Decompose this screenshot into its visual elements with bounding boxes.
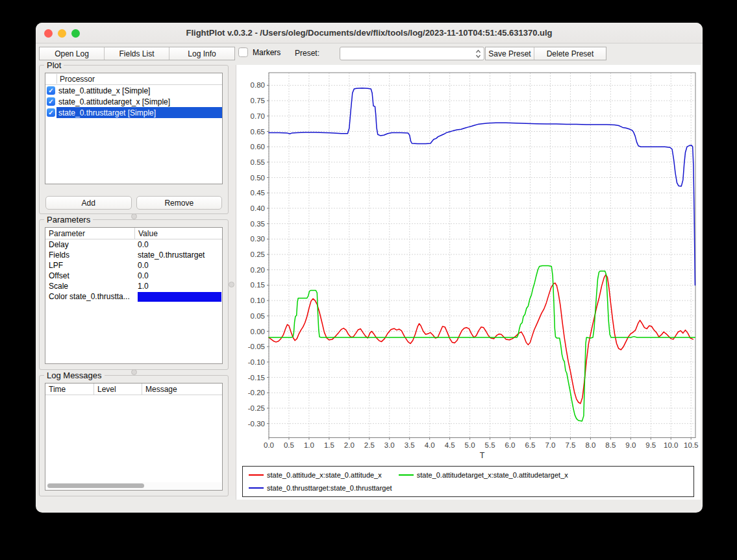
svg-text:0.10: 0.10 (251, 297, 265, 304)
svg-text:5.5: 5.5 (485, 441, 495, 449)
legend-item-attitude-x: state_0.attitude_x:state_0.attitude_x (249, 471, 382, 479)
fields-list-button[interactable]: Fields List (105, 47, 169, 60)
svg-text:0.45: 0.45 (251, 189, 265, 197)
svg-text:7.5: 7.5 (565, 441, 575, 449)
svg-text:-0.10: -0.10 (248, 358, 265, 366)
parameter-row[interactable]: Color state_0.thrustta... (45, 291, 222, 302)
legend-line-green (399, 474, 414, 476)
parameter-row[interactable]: Delay0.0 (45, 239, 222, 250)
title-bar[interactable]: FlightPlot v.0.3.2 - /Users/oleg/Documen… (36, 23, 703, 43)
parameters-table[interactable]: Parameter Value Delay0.0Fieldsstate_0.th… (45, 227, 223, 364)
parameter-value[interactable]: state_0.thrusttarget (134, 250, 222, 260)
processor-row[interactable]: ✓state_0.attitudetarget_x [Simple] (45, 96, 222, 107)
horizontal-scrollbar[interactable] (46, 482, 221, 489)
parameter-value[interactable]: 0.0 (134, 240, 222, 249)
legend-item-thrusttarget: state_0.thrusttarget:state_0.thrusttarge… (249, 484, 392, 492)
svg-text:0.30: 0.30 (251, 235, 265, 243)
processor-label[interactable]: state_0.thrusttarget [Simple] (56, 107, 222, 118)
time-column-header: Time (45, 383, 94, 395)
combo-stepper-icon[interactable] (475, 49, 482, 59)
processor-checkbox[interactable]: ✓ (47, 97, 55, 106)
markers-checkbox[interactable] (238, 47, 248, 57)
value-column-header: Value (134, 228, 222, 239)
log-messages-table[interactable]: Time Level Message (45, 383, 223, 491)
parameter-row[interactable]: Offset0.0 (45, 271, 222, 281)
save-preset-button[interactable]: Save Preset (486, 47, 534, 60)
svg-text:8.0: 8.0 (585, 441, 595, 449)
svg-text:0.55: 0.55 (251, 158, 265, 166)
horizontal-splitter-handle[interactable] (131, 213, 137, 219)
log-info-button[interactable]: Log Info (169, 47, 234, 60)
preset-label: Preset: (295, 49, 319, 58)
color-swatch[interactable] (138, 292, 221, 302)
x-axis-label: T (480, 451, 485, 460)
parameter-row[interactable]: Scale1.0 (45, 281, 222, 291)
parameters-panel-title: Parameters (44, 215, 93, 225)
parameter-name: Offset (45, 271, 134, 280)
svg-text:0.80: 0.80 (251, 81, 265, 89)
legend-line-red (249, 474, 264, 476)
chart-area: 0.00.51.01.52.02.53.03.54.04.55.05.56.06… (236, 65, 700, 500)
add-button[interactable]: Add (45, 196, 132, 210)
svg-text:0.05: 0.05 (251, 312, 265, 320)
preset-combobox[interactable] (340, 47, 484, 60)
preset-button-group: Save Preset Delete Preset (485, 47, 606, 60)
processor-row[interactable]: ✓state_0.thrusttarget [Simple] (45, 107, 222, 118)
open-log-button[interactable]: Open Log (40, 47, 105, 60)
remove-button[interactable]: Remove (136, 196, 223, 210)
processor-list[interactable]: Processor ✓state_0.attitude_x [Simple]✓s… (45, 73, 223, 184)
parameter-name: Fields (45, 250, 134, 260)
message-column-header: Message (142, 383, 222, 395)
vertical-splitter-handle[interactable] (229, 282, 234, 287)
scrollbar-thumb[interactable] (47, 483, 144, 488)
processor-checkbox[interactable]: ✓ (47, 108, 55, 117)
parameter-value[interactable]: 0.0 (134, 271, 222, 280)
legend-label: state_0.attitude_x:state_0.attitude_x (267, 471, 382, 479)
close-button[interactable] (44, 29, 53, 38)
svg-text:0.0: 0.0 (264, 441, 274, 449)
svg-text:0.5: 0.5 (284, 441, 294, 449)
processor-row[interactable]: ✓state_0.attitude_x [Simple] (45, 85, 222, 96)
svg-text:1.5: 1.5 (324, 441, 334, 449)
legend-item-attitudetarget-x: state_0.attitudetarget_x:state_0.attitud… (399, 471, 568, 479)
processor-label[interactable]: state_0.attitude_x [Simple] (56, 85, 222, 96)
flight-plot-chart[interactable]: 0.00.51.01.52.02.53.03.54.04.55.05.56.06… (236, 65, 701, 500)
parameter-value[interactable]: 1.0 (134, 282, 222, 291)
svg-text:0.60: 0.60 (251, 143, 265, 151)
processor-label[interactable]: state_0.attitudetarget_x [Simple] (56, 96, 222, 107)
legend-line-blue (249, 487, 264, 489)
parameters-table-header: Parameter Value (45, 228, 222, 239)
parameter-column-header: Parameter (45, 228, 134, 239)
minimize-button[interactable] (58, 29, 66, 38)
processor-column-header: Processor (60, 75, 95, 84)
svg-text:2.0: 2.0 (344, 441, 355, 449)
parameter-name: Scale (45, 282, 134, 291)
level-column-header: Level (94, 383, 142, 395)
parameter-name: LPF (45, 261, 134, 270)
parameter-value[interactable]: 0.0 (134, 261, 222, 270)
svg-text:0.75: 0.75 (251, 97, 265, 104)
svg-text:10.0: 10.0 (664, 441, 678, 449)
parameter-name: Color state_0.thrustta... (45, 292, 134, 301)
parameter-row[interactable]: Fieldsstate_0.thrusttarget (45, 250, 222, 260)
svg-text:-0.15: -0.15 (248, 374, 265, 382)
delete-preset-button[interactable]: Delete Preset (534, 47, 606, 60)
parameter-row[interactable]: LPF0.0 (45, 260, 222, 271)
chart-legend: state_0.attitude_x:state_0.attitude_x st… (242, 466, 694, 497)
processor-list-header: Processor (45, 73, 222, 85)
svg-text:-0.25: -0.25 (248, 404, 265, 412)
svg-text:0.35: 0.35 (251, 220, 265, 228)
horizontal-splitter-handle-2[interactable] (131, 369, 137, 375)
log-messages-panel: Log Messages Time Level Message (39, 375, 229, 496)
svg-text:4.0: 4.0 (425, 441, 435, 449)
svg-text:-0.05: -0.05 (248, 343, 265, 350)
svg-text:-0.20: -0.20 (248, 389, 265, 396)
parameter-value[interactable] (134, 292, 222, 302)
zoom-button[interactable] (71, 29, 80, 38)
processor-checkbox[interactable]: ✓ (47, 86, 55, 95)
legend-label: state_0.thrusttarget:state_0.thrusttarge… (267, 484, 392, 492)
svg-text:4.5: 4.5 (445, 441, 455, 449)
svg-text:0.70: 0.70 (251, 112, 265, 120)
toolbar-button-group: Open Log Fields List Log Info (39, 47, 235, 60)
vertical-splitter[interactable] (229, 65, 236, 496)
